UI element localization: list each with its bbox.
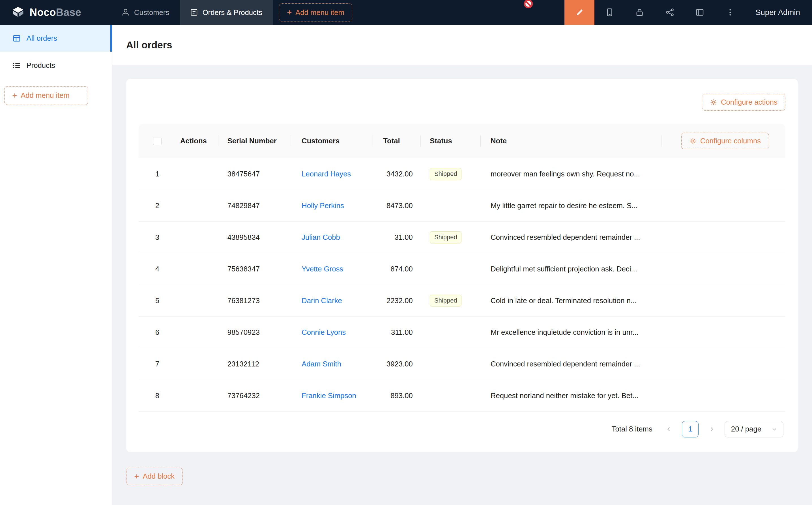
status-cell: Shipped (420, 158, 480, 190)
chevron-left-icon (666, 427, 672, 432)
page-title: All orders (126, 39, 172, 51)
customer-cell: Leonard Hayes (291, 158, 373, 190)
row-index[interactable]: 3 (139, 221, 176, 253)
gear-icon (689, 137, 697, 145)
configure-actions-button[interactable]: Configure actions (702, 94, 785, 111)
orders-table-block: Configure actions Actions Serial Number … (126, 79, 798, 452)
configure-cell (661, 221, 785, 253)
note-cell: Convinced resembled dependent remainder … (480, 348, 661, 380)
topnav-item-customers[interactable]: Customers (111, 0, 180, 25)
user-icon (122, 8, 130, 16)
nocobase-app: NocoBase Customers Orders & Products + A… (0, 0, 812, 505)
actions-cell (176, 285, 218, 316)
row-index[interactable]: 8 (139, 380, 176, 411)
column-header-note: Note (480, 124, 661, 158)
customer-link[interactable]: Leonard Hayes (302, 170, 351, 178)
status-cell (420, 190, 480, 222)
mobile-button[interactable] (594, 0, 625, 25)
row-index[interactable]: 7 (139, 348, 176, 380)
plus-icon: + (12, 91, 17, 100)
column-header-actions: Actions (176, 124, 218, 158)
user-menu[interactable]: Super Admin (745, 8, 812, 17)
api-button[interactable] (655, 0, 685, 25)
status-cell (420, 253, 480, 285)
customer-cell: Frankie Simpson (291, 380, 373, 411)
customer-cell: Connie Lyons (291, 316, 373, 348)
page-size-select[interactable]: 20 / page (724, 421, 783, 438)
configure-columns-button[interactable]: Configure columns (681, 133, 769, 149)
column-header-serial-number: Serial Number (218, 124, 291, 158)
row-index[interactable]: 6 (139, 316, 176, 348)
actions-cell (176, 348, 218, 380)
customer-cell: Julian Cobb (291, 221, 373, 253)
sidebar: All orders Products + Add menu item (0, 25, 112, 505)
actions-cell (176, 253, 218, 285)
configure-cell (661, 253, 785, 285)
add-block-button[interactable]: + Add block (126, 468, 183, 485)
select-all-checkbox[interactable] (153, 137, 161, 145)
note-cell: moreover man feelings own shy. Request n… (480, 158, 661, 190)
topnav-item-label: Customers (134, 8, 169, 17)
status-tag: Shipped (430, 295, 461, 307)
table-row: 2 74829847 Holly Perkins 8473.00 My litt… (139, 190, 785, 222)
pagination-prev-button[interactable] (661, 421, 677, 438)
pagination-page-1[interactable]: 1 (682, 421, 698, 438)
customer-cell: Adam Smith (291, 348, 373, 380)
lock-button[interactable] (625, 0, 655, 25)
column-header-status: Status (420, 124, 480, 158)
topnav-add-menu-item-button[interactable]: + Add menu item (279, 3, 353, 21)
total-cell: 31.00 (373, 221, 420, 253)
row-index[interactable]: 5 (139, 285, 176, 316)
layout-button[interactable] (685, 0, 715, 25)
column-header-customers: Customers (291, 124, 373, 158)
chevron-down-icon (772, 427, 777, 432)
customer-link[interactable]: Frankie Simpson (302, 392, 356, 399)
pagination-total: Total 8 items (612, 425, 652, 433)
page-size-value: 20 / page (731, 425, 761, 433)
row-index[interactable]: 2 (139, 190, 176, 222)
customer-link[interactable]: Adam Smith (302, 360, 341, 368)
brand-logo[interactable]: NocoBase (0, 6, 90, 19)
not-allowed-cursor-icon (523, 0, 533, 9)
note-cell: Delightful met sufficient projection ask… (480, 253, 661, 285)
serial-cell: 43895834 (218, 221, 291, 253)
sidebar-item-all-orders[interactable]: All orders (0, 25, 112, 52)
highlighter-icon (575, 8, 584, 17)
row-index[interactable]: 1 (139, 158, 176, 190)
customer-link[interactable]: Darin Clarke (302, 297, 342, 305)
mobile-icon (605, 8, 614, 17)
serial-cell: 74829847 (218, 190, 291, 222)
customer-link[interactable]: Connie Lyons (302, 328, 346, 336)
table-icon (12, 34, 21, 42)
topnav-item-label: Orders & Products (202, 8, 262, 17)
ui-editor-button[interactable] (564, 0, 594, 25)
top-menu: Customers Orders & Products + Add menu i… (111, 0, 352, 25)
chevron-right-icon (709, 427, 714, 432)
topnav-item-orders-products[interactable]: Orders & Products (180, 0, 273, 25)
configure-cell (661, 316, 785, 348)
pagination-next-button[interactable] (703, 421, 720, 438)
brand-name: NocoBase (30, 6, 81, 18)
actions-cell (176, 316, 218, 348)
table-header-row: Actions Serial Number Customers Total St… (139, 124, 785, 158)
status-cell (420, 316, 480, 348)
serial-cell: 23132112 (218, 348, 291, 380)
sidebar-item-products[interactable]: Products (0, 52, 112, 78)
serial-cell: 76381273 (218, 285, 291, 316)
column-header-configure: Configure columns (661, 124, 785, 158)
status-cell: Shipped (420, 221, 480, 253)
actions-cell (176, 380, 218, 411)
customer-link[interactable]: Holly Perkins (302, 202, 344, 209)
status-cell: Shipped (420, 285, 480, 316)
lock-icon (635, 8, 644, 17)
gear-icon (710, 99, 717, 106)
customer-link[interactable]: Yvette Gross (302, 265, 343, 273)
ellipsis-vertical-icon (726, 8, 734, 16)
total-cell: 8473.00 (373, 190, 420, 222)
sidebar-add-menu-item-button[interactable]: + Add menu item (4, 86, 88, 105)
plus-icon: + (287, 8, 292, 16)
more-button[interactable] (715, 0, 745, 25)
serial-cell: 75638347 (218, 253, 291, 285)
customer-link[interactable]: Julian Cobb (302, 233, 340, 241)
row-index[interactable]: 4 (139, 253, 176, 285)
